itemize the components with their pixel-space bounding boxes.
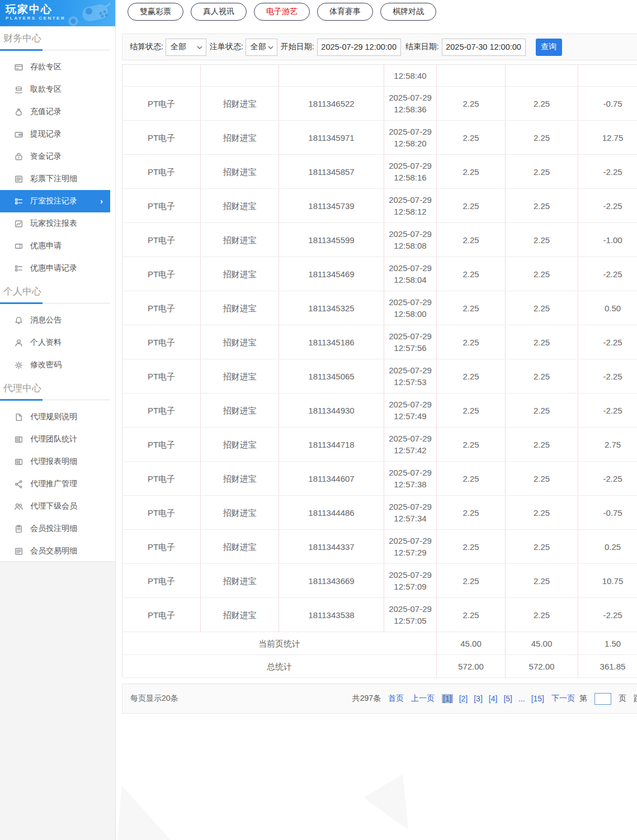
sidebar-item[interactable]: 个人资料› bbox=[0, 331, 110, 354]
sidebar-item-label: 修改密码 bbox=[30, 360, 62, 370]
page-link[interactable]: [2] bbox=[459, 694, 468, 703]
gear-icon bbox=[13, 360, 23, 370]
bet-valid-cell: 2.25 bbox=[506, 359, 578, 393]
bet-amount-cell: 2.25 bbox=[437, 189, 506, 223]
table-row: PT电子招财进宝18113454692025-07-2912:58:042.25… bbox=[122, 257, 637, 291]
tab-3-active[interactable]: 电子游艺 bbox=[254, 3, 310, 21]
bet-vendor-cell: PT电子 bbox=[122, 530, 201, 564]
sidebar-item[interactable]: 资金记录› bbox=[0, 145, 110, 168]
sidebar-item[interactable]: 消息公告› bbox=[0, 309, 110, 331]
sidebar-section-title: 个人中心 bbox=[0, 279, 110, 303]
sidebar-item[interactable]: 存款专区› bbox=[0, 56, 110, 78]
bet-amount-cell: 2.25 bbox=[437, 462, 506, 496]
bet-valid-cell: 2.25 bbox=[506, 564, 578, 598]
tab-5[interactable]: 棋牌对战 bbox=[380, 3, 436, 21]
bet-order-cell: 1811345186 bbox=[279, 325, 384, 359]
chevron-right-icon: › bbox=[100, 196, 103, 206]
bet-time-cell: 2025-07-2912:58:36 bbox=[384, 87, 437, 121]
table-row: PT电子招财进宝18113457392025-07-2912:58:122.25… bbox=[122, 189, 637, 223]
sidebar-item[interactable]: 代理团队统计› bbox=[0, 428, 110, 450]
bet-valid-cell: 2.25 bbox=[506, 393, 578, 428]
sidebar-item[interactable]: 优惠申请› bbox=[0, 235, 110, 257]
tab-1[interactable]: 雙赢彩票 bbox=[128, 3, 183, 21]
bars-icon bbox=[13, 264, 23, 273]
sidebar-item[interactable]: 取款专区› bbox=[0, 78, 110, 101]
bet-order-cell: 1811344718 bbox=[279, 428, 384, 462]
bet-valid-cell: 2.25 bbox=[506, 428, 578, 462]
bet-game-cell: 招财进宝 bbox=[201, 121, 279, 155]
sidebar-item[interactable]: 充值记录› bbox=[0, 101, 110, 123]
bet-order-cell: 1811345971 bbox=[279, 121, 384, 155]
settle-status-label: 结算状态: bbox=[130, 42, 163, 52]
sidebar-menu: 代理规则说明›代理团队统计›代理报表明细›代理推广管理›代理下级会员›会员投注明… bbox=[0, 400, 115, 562]
deposit-icon bbox=[13, 63, 23, 72]
sidebar-item[interactable]: 优惠申请记录› bbox=[0, 257, 110, 279]
page-link[interactable]: [15] bbox=[531, 694, 544, 703]
jump-suffix-text: 页 bbox=[619, 694, 626, 704]
bet-winloss-cell: 0.25 bbox=[578, 530, 637, 564]
next-page-link[interactable]: 下一页 bbox=[551, 694, 575, 704]
bet-valid-cell: 2.25 bbox=[506, 155, 578, 189]
page-link-ellipsis: ... bbox=[518, 694, 525, 703]
bet-time-cell: 2025-07-2912:58:12 bbox=[384, 189, 437, 223]
sidebar-item[interactable]: 会员投注明细› bbox=[0, 518, 110, 540]
bet-valid-cell: 2.25 bbox=[506, 257, 578, 291]
sidebar-item[interactable]: 代理推广管理› bbox=[0, 473, 110, 495]
bet-amount-cell: 2.25 bbox=[437, 223, 506, 257]
clipboard-icon bbox=[13, 524, 23, 534]
sidebar-item-active[interactable]: 厅室投注记录› bbox=[0, 190, 110, 212]
jump-button[interactable]: 跳 bbox=[634, 694, 637, 704]
page-link[interactable]: [5] bbox=[503, 694, 512, 703]
bet-amount-cell: 2.25 bbox=[437, 428, 506, 462]
sidebar-item-label: 充值记录 bbox=[30, 107, 62, 117]
tab-4[interactable]: 体育赛事 bbox=[317, 3, 373, 21]
bet-order-cell: 1811344337 bbox=[279, 530, 384, 564]
bet-time-cell: 2025-07-2912:57:42 bbox=[384, 428, 437, 462]
bet-winloss-cell: -2.25 bbox=[578, 359, 637, 393]
bet-game-cell: 招财进宝 bbox=[201, 530, 279, 564]
order-status-select[interactable]: 全部 bbox=[246, 39, 277, 56]
bet-time-cell: 2025-07-2912:57:56 bbox=[384, 325, 437, 359]
bet-time-cell: 2025-07-2912:58:04 bbox=[384, 257, 437, 291]
sidebar-bottom-background bbox=[0, 562, 116, 840]
sidebar-item[interactable]: 玩家投注报表› bbox=[0, 212, 110, 235]
sidebar-item[interactable]: 彩票下注明细› bbox=[0, 168, 110, 190]
bet-time-cell: 2025-07-2912:58:00 bbox=[384, 291, 437, 325]
sidebar-item[interactable]: 提现记录› bbox=[0, 123, 110, 145]
news-icon bbox=[13, 457, 23, 467]
page-stats-label: 当前页统计 bbox=[122, 632, 437, 655]
sidebar-item[interactable]: 代理报表明细› bbox=[0, 450, 110, 473]
gamepad-icon bbox=[65, 0, 113, 26]
bet-amount-cell: 2.25 bbox=[437, 598, 506, 632]
settle-status-select[interactable]: 全部 bbox=[166, 39, 206, 56]
prev-page-link[interactable]: 上一页 bbox=[411, 694, 435, 704]
jump-page-input[interactable] bbox=[594, 693, 611, 705]
bet-game-cell: 招财进宝 bbox=[201, 428, 279, 462]
page-link[interactable]: [4] bbox=[489, 694, 498, 703]
share-icon bbox=[13, 480, 23, 489]
settle-status-value: 全部 bbox=[171, 42, 186, 52]
tab-2[interactable]: 真人视讯 bbox=[191, 3, 247, 21]
bet-winloss-cell: 2.75 bbox=[578, 428, 637, 462]
page-link[interactable]: [3] bbox=[474, 694, 483, 703]
bet-amount-cell: 2.25 bbox=[437, 291, 506, 325]
bet-winloss-cell: -0.75 bbox=[578, 496, 637, 530]
table-row-partial: 12:58:40 bbox=[122, 65, 637, 87]
sidebar-item[interactable]: 代理下级会员› bbox=[0, 495, 110, 518]
sidebar-item[interactable]: 代理规则说明› bbox=[0, 406, 110, 428]
start-date-input[interactable] bbox=[317, 39, 401, 56]
table-row: PT电子招财进宝18113453252025-07-2912:58:002.25… bbox=[122, 291, 637, 325]
sidebar-item-label: 代理下级会员 bbox=[30, 501, 77, 511]
end-date-input[interactable] bbox=[442, 39, 526, 56]
first-page-link[interactable]: 首页 bbox=[388, 694, 404, 704]
bet-vendor-cell: PT电子 bbox=[122, 359, 201, 393]
page-link-current[interactable]: [1] bbox=[442, 694, 453, 703]
sidebar-item-label: 取款专区 bbox=[30, 84, 62, 94]
order-status-label: 注单状态: bbox=[210, 42, 243, 52]
sidebar-item[interactable]: 会员交易明细› bbox=[0, 540, 110, 562]
query-button[interactable]: 查询 bbox=[536, 39, 562, 56]
table-row: PT电子招财进宝18113449302025-07-2912:57:492.25… bbox=[122, 393, 637, 428]
sidebar-item[interactable]: 修改密码› bbox=[0, 354, 110, 376]
bet-amount-cell: 2.25 bbox=[437, 325, 506, 359]
main-content: 雙赢彩票真人视讯电子游艺体育赛事棋牌对战 结算状态: 全部 注单状态: 全部 开… bbox=[116, 0, 637, 840]
